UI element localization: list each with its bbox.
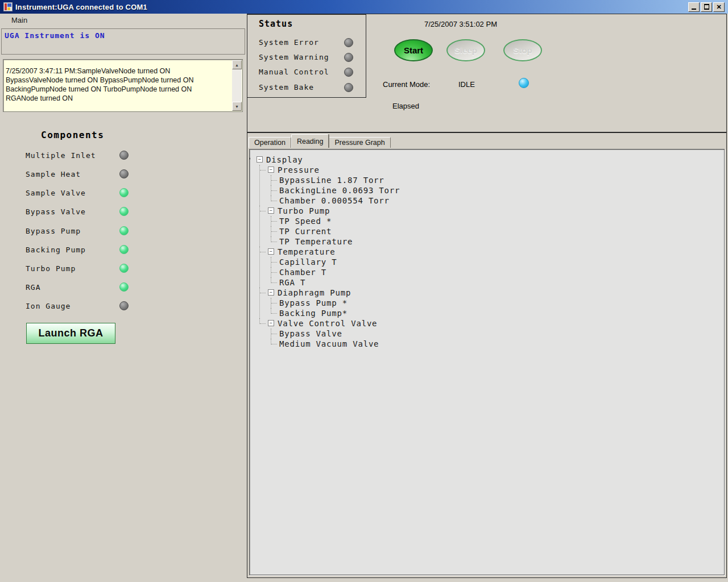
tree-node-label[interactable]: Display bbox=[266, 155, 303, 165]
status-label: System Error bbox=[259, 38, 319, 48]
component-label: Backing Pump bbox=[26, 244, 86, 255]
tree-row: −Display bbox=[257, 155, 724, 165]
window-title: Instrument:UGA connected to COM1 bbox=[15, 3, 688, 11]
tree-node-label[interactable]: TP Current bbox=[279, 226, 332, 236]
status-row: Manual Control bbox=[247, 67, 367, 78]
restore-icon bbox=[704, 5, 709, 9]
component-row: Multiple Inlet bbox=[0, 150, 159, 161]
tree-node-label[interactable]: Diaphragm Pump bbox=[278, 288, 351, 298]
log-line: BackingPumpNode turned ON TurboPumpNode … bbox=[6, 85, 231, 94]
tree-branch: Bypass Pump *Backing Pump* bbox=[271, 298, 724, 318]
component-row: RGA bbox=[0, 282, 159, 293]
tree-row: Chamber 0.000554 Torr bbox=[279, 196, 724, 206]
title-bar: Instrument:UGA connected to COM1 ✕ bbox=[0, 0, 728, 14]
tree-row: BypassLine 1.87 Torr bbox=[279, 175, 724, 185]
component-led-off bbox=[119, 151, 129, 160]
tree-node-parent: −Valve Control ValveBypass ValveMedium V… bbox=[259, 318, 724, 349]
tree-node-label[interactable]: Pressure bbox=[278, 165, 320, 175]
tree-node-label[interactable]: Bypass Pump * bbox=[279, 298, 348, 308]
status-row: System Warning bbox=[247, 52, 367, 64]
tree-node-label[interactable]: TP Speed * bbox=[279, 216, 332, 226]
tree-node-parent: −Diaphragm PumpBypass Pump *Backing Pump… bbox=[259, 288, 724, 318]
close-icon: ✕ bbox=[716, 4, 721, 10]
component-row: Turbo Pump bbox=[0, 263, 159, 275]
status-label: System Bake bbox=[259, 82, 314, 93]
tree-node-leaf: Bypass Pump * bbox=[271, 298, 724, 308]
component-label: RGA bbox=[26, 282, 40, 293]
scroll-up-button[interactable]: ▲ bbox=[232, 60, 242, 69]
tree-branch: Bypass ValveMedium Vacuum Valve bbox=[271, 329, 724, 349]
tree-node-label[interactable]: Bypass Valve bbox=[279, 329, 342, 339]
component-label: Sample Heat bbox=[26, 169, 81, 180]
tree-branch: −PressureBypassLine 1.87 TorrBackingLine… bbox=[259, 165, 724, 349]
component-label: Multiple Inlet bbox=[26, 150, 96, 161]
log-scrollbar[interactable]: ▲ ▼ bbox=[232, 60, 242, 111]
tree-row: RGA T bbox=[279, 277, 724, 288]
sleep-button[interactable]: Sleep bbox=[446, 39, 485, 61]
log-line: 7/25/2007 3:47:11 PM:SampleValveNode tur… bbox=[6, 66, 231, 76]
log-line: RGANode turned ON bbox=[6, 94, 231, 103]
collapse-icon[interactable]: − bbox=[268, 248, 274, 255]
status-led bbox=[344, 68, 353, 77]
mode-led-indicator bbox=[519, 78, 529, 88]
tree-node-parent: −TemperatureCapillary TChamber TRGA T bbox=[259, 247, 724, 288]
tree-row: −Temperature bbox=[268, 247, 724, 257]
tree-node-label[interactable]: Chamber T bbox=[279, 267, 326, 277]
tree-node-leaf: Bypass Valve bbox=[271, 329, 724, 339]
tree-node-label[interactable]: Temperature bbox=[278, 247, 336, 257]
tree-row: TP Temperature bbox=[279, 236, 724, 247]
tab-reading[interactable]: Reading bbox=[291, 134, 329, 148]
collapse-icon[interactable]: − bbox=[268, 167, 274, 173]
collapse-icon[interactable]: − bbox=[268, 289, 274, 296]
tree-node-label[interactable]: TP Temperature bbox=[279, 236, 353, 247]
scroll-down-button[interactable]: ▼ bbox=[232, 102, 242, 111]
component-led-on bbox=[119, 207, 129, 216]
window-content: Main UGA Instrument is ON 7/25/2007 3:47… bbox=[0, 14, 728, 582]
tab-control: OperationReadingPressure Graph −Display−… bbox=[247, 132, 727, 578]
status-led bbox=[344, 83, 353, 92]
tree-branch: Capillary TChamber TRGA T bbox=[271, 257, 724, 288]
tree-node-label[interactable]: BackingLine 0.0693 Torr bbox=[279, 185, 400, 196]
start-button[interactable]: Start bbox=[394, 39, 433, 61]
tree-node-label[interactable]: Backing Pump* bbox=[279, 308, 348, 318]
restore-button[interactable] bbox=[701, 2, 712, 12]
component-led-on bbox=[119, 226, 129, 235]
tree-node-label[interactable]: Valve Control Valve bbox=[278, 318, 377, 329]
event-log-box[interactable]: 7/25/2007 3:47:11 PM:SampleValveNode tur… bbox=[3, 59, 243, 112]
tree-row: Capillary T bbox=[279, 257, 724, 267]
event-log-text: 7/25/2007 3:47:11 PM:SampleValveNode tur… bbox=[6, 66, 231, 110]
collapse-icon[interactable]: − bbox=[268, 207, 274, 214]
component-row: Bypass Pump bbox=[0, 226, 159, 237]
reading-tree-view[interactable]: −Display−PressureBypassLine 1.87 TorrBac… bbox=[249, 149, 725, 575]
tree-node-label[interactable]: Chamber 0.000554 Torr bbox=[279, 196, 390, 206]
component-led-off bbox=[119, 169, 129, 178]
tree-row: TP Speed * bbox=[279, 216, 724, 226]
component-led-on bbox=[119, 282, 129, 292]
tree-branch: TP Speed *TP CurrentTP Temperature bbox=[271, 216, 724, 247]
elapsed-label: Elapsed bbox=[392, 102, 419, 110]
component-row: Sample Heat bbox=[0, 169, 159, 180]
tab-pressure-graph[interactable]: Pressure Graph bbox=[329, 137, 390, 148]
tree-row: −Diaphragm Pump bbox=[268, 288, 724, 298]
minimize-button[interactable] bbox=[688, 2, 700, 12]
tree-node-label[interactable]: Capillary T bbox=[279, 257, 337, 267]
menu-item-main[interactable]: Main bbox=[9, 15, 30, 25]
tree-node-label[interactable]: Medium Vacuum Valve bbox=[279, 339, 379, 349]
collapse-icon[interactable]: − bbox=[257, 156, 263, 163]
tree-row: Medium Vacuum Valve bbox=[279, 339, 724, 349]
status-led bbox=[344, 53, 353, 62]
app-icon bbox=[3, 2, 13, 11]
tab-operation[interactable]: Operation bbox=[249, 137, 291, 148]
component-row: Sample Valve bbox=[0, 188, 159, 199]
tree-node-label[interactable]: BypassLine 1.87 Torr bbox=[279, 175, 384, 185]
tree-node-leaf: Capillary T bbox=[271, 257, 724, 267]
close-button[interactable]: ✕ bbox=[713, 2, 725, 12]
collapse-icon[interactable]: − bbox=[268, 320, 274, 326]
status-row: System Error bbox=[247, 38, 367, 49]
tree-node-label[interactable]: RGA T bbox=[279, 277, 305, 288]
stop-button[interactable]: Stop bbox=[503, 39, 542, 61]
tree-node-label[interactable]: Turbo Pump bbox=[278, 206, 330, 216]
launch-rga-button[interactable]: Launch RGA bbox=[26, 323, 115, 344]
tree-row: Backing Pump* bbox=[279, 308, 724, 318]
tree-node-leaf: TP Speed * bbox=[271, 216, 724, 226]
